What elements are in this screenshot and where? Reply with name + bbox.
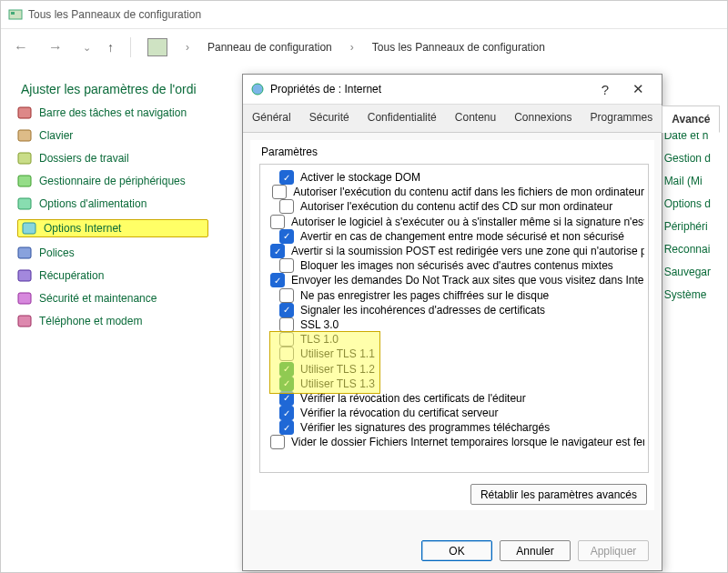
location-icon[interactable] — [147, 38, 167, 56]
cp-item[interactable]: Barre des tâches et navigation — [17, 106, 208, 120]
svg-rect-7 — [18, 198, 31, 209]
cp-item-label: Récupération — [39, 269, 104, 282]
checkbox[interactable] — [270, 244, 285, 258]
ok-button[interactable]: OK — [421, 540, 492, 561]
cancel-button[interactable]: Annuler — [500, 540, 571, 561]
restore-advanced-button[interactable]: Rétablir les paramètres avancés — [470, 484, 647, 505]
up-button[interactable]: ↑ — [107, 40, 114, 55]
setting-row[interactable]: Utiliser TLS 1.3 — [264, 377, 644, 391]
back-button[interactable]: ← — [10, 35, 32, 59]
setting-label: Utiliser TLS 1.1 — [300, 347, 375, 360]
tab-connexions[interactable]: Connexions — [505, 105, 581, 132]
cp-item-icon — [17, 291, 32, 306]
setting-label: Ne pas enregistrer les pages chiffrées s… — [300, 289, 549, 302]
nav-bar: ← → ⌄ ↑ › Panneau de configuration › Tou… — [1, 29, 727, 65]
setting-row[interactable]: Avertir si la soumission POST est rediri… — [264, 244, 644, 258]
setting-row[interactable]: Vérifier la révocation des certificats d… — [264, 391, 644, 406]
setting-row[interactable]: Autoriser l'exécution du contenu actif d… — [264, 185, 644, 199]
checkbox[interactable] — [270, 435, 285, 449]
cp-item-label: Périphéri — [664, 220, 708, 233]
checkbox[interactable] — [270, 273, 285, 287]
svg-rect-1 — [11, 12, 15, 15]
checkbox[interactable] — [279, 377, 294, 391]
tab-général[interactable]: Général — [243, 105, 300, 132]
cp-item-label: Barre des tâches et navigation — [39, 106, 187, 119]
tab-contenu[interactable]: Contenu — [446, 105, 505, 132]
setting-row[interactable]: Utiliser TLS 1.1 — [264, 347, 644, 361]
recent-dropdown[interactable]: ⌄ — [79, 38, 95, 57]
checkbox[interactable] — [279, 347, 294, 361]
setting-label: SSL 3.0 — [300, 318, 339, 331]
setting-label: Vérifier les signatures des programmes t… — [300, 421, 550, 434]
cp-item[interactable]: Gestionnaire de périphériques — [17, 174, 208, 188]
cp-item[interactable]: Options d'alimentation — [17, 196, 208, 211]
checkbox[interactable] — [279, 288, 294, 303]
setting-row[interactable]: Vider le dossier Fichiers Internet tempo… — [264, 435, 644, 449]
svg-rect-8 — [23, 223, 35, 234]
setting-label: Vérifier la révocation du certificat ser… — [300, 407, 498, 419]
checkbox[interactable] — [279, 406, 294, 420]
setting-row[interactable]: Utiliser TLS 1.2 — [264, 361, 644, 376]
breadcrumb-b[interactable]: Tous les Panneaux de configuration — [372, 41, 545, 54]
cp-item-label: Reconnai — [664, 243, 711, 256]
forward-button[interactable]: → — [45, 35, 66, 59]
cp-item[interactable]: Clavier — [17, 128, 208, 143]
setting-label: Signaler les incohérences d'adresses de … — [300, 304, 545, 317]
checkbox[interactable] — [270, 215, 285, 229]
svg-rect-4 — [18, 130, 31, 141]
checkbox[interactable] — [279, 391, 294, 406]
svg-rect-5 — [18, 153, 31, 164]
cp-item[interactable]: Récupération — [17, 268, 208, 283]
setting-row[interactable]: Ne pas enregistrer les pages chiffrées s… — [264, 288, 644, 303]
nav-separator — [130, 37, 131, 57]
svg-point-22 — [252, 84, 263, 95]
checkbox[interactable] — [279, 170, 294, 185]
checkbox[interactable] — [279, 332, 294, 347]
svg-rect-6 — [18, 176, 31, 186]
close-button[interactable]: ✕ — [622, 81, 654, 97]
apply-button[interactable]: Appliquer — [578, 540, 649, 561]
cp-item-icon — [17, 128, 32, 143]
checkbox[interactable] — [279, 229, 294, 244]
cp-item-icon — [17, 268, 32, 283]
checkbox[interactable] — [279, 317, 294, 332]
cp-item[interactable]: Téléphone et modem — [17, 314, 208, 328]
breadcrumb-a[interactable]: Panneau de configuration — [207, 41, 332, 54]
setting-label: Autoriser le logiciel à s'exécuter ou à … — [291, 216, 644, 228]
checkbox[interactable] — [279, 303, 294, 317]
svg-rect-9 — [18, 247, 31, 258]
tab-programmes[interactable]: Programmes — [581, 105, 662, 132]
setting-row[interactable]: SSL 3.0 — [264, 317, 644, 332]
setting-row[interactable]: Signaler les incohérences d'adresses de … — [264, 303, 644, 317]
setting-row[interactable]: Vérifier la révocation du certificat ser… — [264, 406, 644, 420]
tab-confidentialité[interactable]: Confidentialité — [359, 105, 446, 132]
cp-item[interactable]: Polices — [17, 246, 208, 260]
checkbox[interactable] — [279, 199, 294, 214]
setting-row[interactable]: Envoyer les demandes Do Not Track aux si… — [264, 273, 644, 287]
settings-list[interactable]: Activer le stockage DOMAutoriser l'exécu… — [259, 164, 649, 473]
setting-row[interactable]: Autoriser l'exécution du contenu actif d… — [264, 199, 644, 214]
cp-item-label: Mail (Mi — [664, 175, 703, 187]
setting-row[interactable]: Autoriser le logiciel à s'exécuter ou à … — [264, 215, 644, 229]
setting-row[interactable]: Avertir en cas de changement entre mode … — [264, 229, 644, 244]
setting-label: Activer le stockage DOM — [300, 171, 420, 184]
checkbox[interactable] — [279, 258, 294, 273]
checkbox[interactable] — [279, 362, 294, 377]
checkbox[interactable] — [272, 185, 287, 199]
setting-row[interactable]: Activer le stockage DOM — [264, 170, 644, 185]
tab-avancé[interactable]: Avancé — [662, 106, 720, 133]
setting-label: Autoriser l'exécution du contenu actif d… — [293, 186, 644, 198]
control-panel-icon — [8, 7, 23, 22]
setting-row[interactable]: TLS 1.0 — [264, 332, 644, 347]
help-button[interactable]: ? — [589, 82, 622, 97]
cp-item[interactable]: Options Internet — [17, 219, 208, 237]
cp-item-label: Dossiers de travail — [39, 152, 129, 165]
setting-row[interactable]: Vérifier les signatures des programmes t… — [264, 420, 644, 435]
setting-row[interactable]: Bloquer les images non sécurisés avec d'… — [264, 258, 644, 273]
cp-item[interactable]: Dossiers de travail — [17, 151, 208, 166]
cp-item[interactable]: Sécurité et maintenance — [17, 291, 208, 306]
tab-sécurité[interactable]: Sécurité — [300, 105, 359, 132]
cp-item-icon — [17, 151, 32, 166]
cp-item-label: Sauvegar — [664, 266, 711, 278]
checkbox[interactable] — [279, 420, 294, 435]
